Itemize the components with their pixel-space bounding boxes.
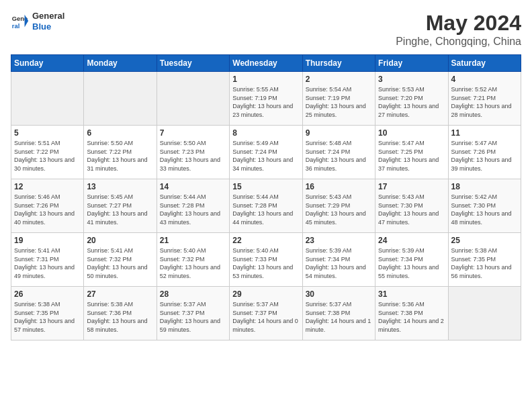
- day-number: 10: [378, 128, 445, 138]
- day-number: 11: [451, 128, 518, 138]
- cell-info: Sunrise: 5:38 AM Sunset: 7:35 PM Dayligh…: [14, 300, 81, 334]
- cell-info: Sunrise: 5:36 AM Sunset: 7:38 PM Dayligh…: [378, 300, 445, 334]
- day-number: 8: [232, 128, 299, 138]
- cell-info: Sunrise: 5:51 AM Sunset: 7:22 PM Dayligh…: [14, 139, 81, 173]
- weekday-header: Friday: [375, 55, 448, 72]
- day-number: 6: [87, 128, 153, 138]
- cell-info: Sunrise: 5:49 AM Sunset: 7:24 PM Dayligh…: [232, 139, 299, 173]
- weekday-header: Thursday: [302, 55, 375, 72]
- cell-info: Sunrise: 5:40 AM Sunset: 7:32 PM Dayligh…: [160, 246, 226, 280]
- cell-info: Sunrise: 5:41 AM Sunset: 7:31 PM Dayligh…: [14, 246, 81, 280]
- cell-info: Sunrise: 5:54 AM Sunset: 7:19 PM Dayligh…: [306, 85, 372, 119]
- logo-line2: Blue: [32, 21, 51, 32]
- calendar-cell: 21Sunrise: 5:40 AM Sunset: 7:32 PM Dayli…: [157, 233, 229, 287]
- calendar-week-row: 26Sunrise: 5:38 AM Sunset: 7:35 PM Dayli…: [11, 287, 521, 340]
- day-number: 24: [378, 236, 445, 245]
- cell-info: Sunrise: 5:38 AM Sunset: 7:35 PM Dayligh…: [451, 246, 518, 280]
- day-number: 5: [14, 128, 81, 138]
- calendar-cell: 10Sunrise: 5:47 AM Sunset: 7:25 PM Dayli…: [375, 126, 448, 179]
- calendar-week-row: 1Sunrise: 5:55 AM Sunset: 7:19 PM Daylig…: [11, 72, 521, 126]
- day-number: 20: [87, 236, 153, 245]
- cell-info: Sunrise: 5:42 AM Sunset: 7:30 PM Dayligh…: [451, 193, 518, 226]
- calendar-table: SundayMondayTuesdayWednesdayThursdayFrid…: [11, 54, 521, 340]
- calendar-cell: 13Sunrise: 5:45 AM Sunset: 7:27 PM Dayli…: [84, 179, 157, 233]
- cell-info: Sunrise: 5:50 AM Sunset: 7:23 PM Dayligh…: [160, 139, 226, 173]
- day-number: 1: [232, 75, 299, 84]
- cell-info: Sunrise: 5:53 AM Sunset: 7:20 PM Dayligh…: [378, 85, 445, 119]
- calendar-cell: 26Sunrise: 5:38 AM Sunset: 7:35 PM Dayli…: [11, 287, 84, 340]
- calendar-cell: 1Sunrise: 5:55 AM Sunset: 7:19 PM Daylig…: [230, 72, 302, 126]
- cell-info: Sunrise: 5:47 AM Sunset: 7:25 PM Dayligh…: [378, 139, 445, 173]
- calendar-cell: [11, 72, 84, 126]
- day-number: 4: [451, 75, 518, 84]
- weekday-header: Tuesday: [157, 55, 229, 72]
- logo-line1: General: [32, 11, 64, 21]
- calendar-cell: 23Sunrise: 5:39 AM Sunset: 7:34 PM Dayli…: [302, 233, 375, 287]
- day-number: 18: [451, 182, 518, 191]
- day-number: 30: [306, 289, 372, 299]
- main-title: May 2024: [396, 11, 521, 36]
- calendar-cell: 5Sunrise: 5:51 AM Sunset: 7:22 PM Daylig…: [11, 126, 84, 179]
- day-number: 7: [160, 128, 226, 138]
- calendar-header: SundayMondayTuesdayWednesdayThursdayFrid…: [11, 55, 521, 72]
- day-number: 13: [87, 182, 153, 191]
- calendar-cell: 12Sunrise: 5:46 AM Sunset: 7:26 PM Dayli…: [11, 179, 84, 233]
- calendar-cell: 24Sunrise: 5:39 AM Sunset: 7:34 PM Dayli…: [375, 233, 448, 287]
- calendar-cell: 28Sunrise: 5:37 AM Sunset: 7:37 PM Dayli…: [157, 287, 229, 340]
- day-number: 2: [306, 75, 372, 84]
- calendar-cell: [448, 287, 521, 340]
- day-number: 23: [306, 236, 372, 245]
- cell-info: Sunrise: 5:39 AM Sunset: 7:34 PM Dayligh…: [306, 246, 372, 280]
- cell-info: Sunrise: 5:39 AM Sunset: 7:34 PM Dayligh…: [378, 246, 445, 280]
- calendar-cell: 17Sunrise: 5:43 AM Sunset: 7:30 PM Dayli…: [375, 179, 448, 233]
- calendar-cell: 3Sunrise: 5:53 AM Sunset: 7:20 PM Daylig…: [375, 72, 448, 126]
- day-number: 25: [451, 236, 518, 245]
- weekday-header: Saturday: [448, 55, 521, 72]
- day-number: 3: [378, 75, 445, 84]
- cell-info: Sunrise: 5:37 AM Sunset: 7:37 PM Dayligh…: [160, 300, 226, 334]
- calendar-cell: 8Sunrise: 5:49 AM Sunset: 7:24 PM Daylig…: [230, 126, 302, 179]
- calendar-cell: 7Sunrise: 5:50 AM Sunset: 7:23 PM Daylig…: [157, 126, 229, 179]
- calendar-cell: 14Sunrise: 5:44 AM Sunset: 7:28 PM Dayli…: [157, 179, 229, 233]
- day-number: 12: [14, 182, 81, 191]
- calendar-cell: [157, 72, 229, 126]
- cell-info: Sunrise: 5:37 AM Sunset: 7:37 PM Dayligh…: [232, 300, 299, 334]
- calendar-cell: 29Sunrise: 5:37 AM Sunset: 7:37 PM Dayli…: [230, 287, 302, 340]
- calendar-cell: [84, 72, 157, 126]
- day-number: 19: [14, 236, 81, 245]
- day-number: 21: [160, 236, 226, 245]
- day-number: 28: [160, 289, 226, 299]
- day-number: 14: [160, 182, 226, 191]
- day-number: 29: [232, 289, 299, 299]
- day-number: 22: [232, 236, 299, 245]
- subtitle: Pinghe, Chongqing, China: [396, 36, 521, 48]
- cell-info: Sunrise: 5:43 AM Sunset: 7:30 PM Dayligh…: [378, 193, 445, 226]
- cell-info: Sunrise: 5:48 AM Sunset: 7:24 PM Dayligh…: [306, 139, 372, 173]
- calendar-week-row: 12Sunrise: 5:46 AM Sunset: 7:26 PM Dayli…: [11, 179, 521, 233]
- calendar-cell: 15Sunrise: 5:44 AM Sunset: 7:28 PM Dayli…: [230, 179, 302, 233]
- calendar-week-row: 5Sunrise: 5:51 AM Sunset: 7:22 PM Daylig…: [11, 126, 521, 179]
- cell-info: Sunrise: 5:50 AM Sunset: 7:22 PM Dayligh…: [87, 139, 153, 173]
- page-header: Gene ral General Blue May 2024 Pinghe, C…: [11, 11, 521, 48]
- calendar-cell: 31Sunrise: 5:36 AM Sunset: 7:38 PM Dayli…: [375, 287, 448, 340]
- calendar-cell: 27Sunrise: 5:38 AM Sunset: 7:36 PM Dayli…: [84, 287, 157, 340]
- logo: Gene ral General Blue: [11, 11, 64, 32]
- calendar-cell: 22Sunrise: 5:40 AM Sunset: 7:33 PM Dayli…: [230, 233, 302, 287]
- weekday-header: Sunday: [11, 55, 84, 72]
- cell-info: Sunrise: 5:45 AM Sunset: 7:27 PM Dayligh…: [87, 193, 153, 226]
- cell-info: Sunrise: 5:37 AM Sunset: 7:38 PM Dayligh…: [306, 300, 372, 334]
- day-number: 17: [378, 182, 445, 191]
- day-number: 26: [14, 289, 81, 299]
- cell-info: Sunrise: 5:40 AM Sunset: 7:33 PM Dayligh…: [232, 246, 299, 280]
- calendar-cell: 25Sunrise: 5:38 AM Sunset: 7:35 PM Dayli…: [448, 233, 521, 287]
- calendar-cell: 11Sunrise: 5:47 AM Sunset: 7:26 PM Dayli…: [448, 126, 521, 179]
- cell-info: Sunrise: 5:44 AM Sunset: 7:28 PM Dayligh…: [232, 193, 299, 226]
- calendar-cell: 19Sunrise: 5:41 AM Sunset: 7:31 PM Dayli…: [11, 233, 84, 287]
- day-number: 27: [87, 289, 153, 299]
- cell-info: Sunrise: 5:46 AM Sunset: 7:26 PM Dayligh…: [14, 193, 81, 226]
- svg-text:ral: ral: [12, 23, 19, 30]
- day-number: 15: [232, 182, 299, 191]
- calendar-cell: 4Sunrise: 5:52 AM Sunset: 7:21 PM Daylig…: [448, 72, 521, 126]
- day-number: 9: [306, 128, 372, 138]
- calendar-body: 1Sunrise: 5:55 AM Sunset: 7:19 PM Daylig…: [11, 72, 521, 340]
